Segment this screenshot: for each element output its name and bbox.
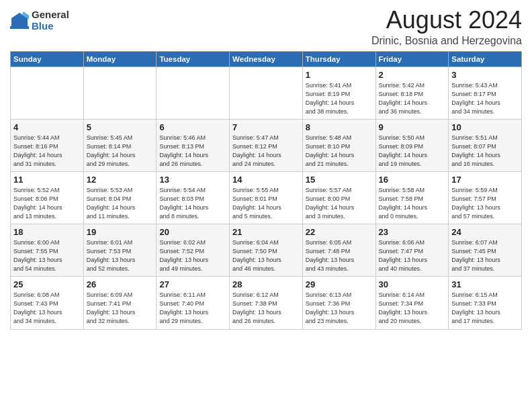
day-cell: 5Sunrise: 5:45 AMSunset: 8:14 PMDaylight… <box>83 119 157 171</box>
logo-icon <box>10 11 29 30</box>
day-info: Sunrise: 6:14 AMSunset: 7:34 PMDaylight:… <box>379 291 446 326</box>
day-info: Sunrise: 5:45 AMSunset: 8:14 PMDaylight:… <box>87 134 154 169</box>
day-number: 13 <box>159 175 226 185</box>
day-cell: 20Sunrise: 6:02 AMSunset: 7:52 PMDayligh… <box>157 224 230 277</box>
day-cell: 3Sunrise: 5:43 AMSunset: 8:17 PMDaylight… <box>449 66 522 119</box>
day-number: 15 <box>306 175 373 185</box>
day-cell: 11Sunrise: 5:52 AMSunset: 8:06 PMDayligh… <box>11 171 84 224</box>
day-number: 1 <box>306 70 373 80</box>
header-tuesday: Tuesday <box>157 51 230 66</box>
day-info: Sunrise: 5:46 AMSunset: 8:13 PMDaylight:… <box>159 134 226 169</box>
day-info: Sunrise: 6:01 AMSunset: 7:53 PMDaylight:… <box>87 238 154 273</box>
day-info: Sunrise: 5:57 AMSunset: 8:00 PMDaylight:… <box>306 186 373 221</box>
day-number: 11 <box>13 175 81 185</box>
day-cell: 27Sunrise: 6:11 AMSunset: 7:40 PMDayligh… <box>157 277 230 329</box>
day-cell: 4Sunrise: 5:44 AMSunset: 8:16 PMDaylight… <box>11 119 84 171</box>
day-info: Sunrise: 5:44 AMSunset: 8:16 PMDaylight:… <box>13 134 81 169</box>
title-block: August 2024 Drinic, Bosnia and Herzegovi… <box>371 7 522 47</box>
day-number: 25 <box>13 279 81 289</box>
day-cell: 30Sunrise: 6:14 AMSunset: 7:34 PMDayligh… <box>375 277 449 329</box>
day-number: 6 <box>159 122 226 132</box>
day-info: Sunrise: 6:05 AMSunset: 7:48 PMDaylight:… <box>306 238 373 273</box>
header-saturday: Saturday <box>449 51 522 66</box>
logo-text: General Blue <box>32 9 69 32</box>
day-cell: 8Sunrise: 5:48 AMSunset: 8:10 PMDaylight… <box>302 119 375 171</box>
day-info: Sunrise: 5:55 AMSunset: 8:01 PMDaylight:… <box>232 186 300 221</box>
day-number: 16 <box>379 175 446 185</box>
day-info: Sunrise: 6:06 AMSunset: 7:47 PMDaylight:… <box>379 238 446 273</box>
day-number: 9 <box>379 122 446 132</box>
day-number: 23 <box>379 227 446 237</box>
week-row-0: 1Sunrise: 5:41 AMSunset: 8:19 PMDaylight… <box>11 66 522 119</box>
week-row-3: 18Sunrise: 6:00 AMSunset: 7:55 PMDayligh… <box>11 224 522 277</box>
day-info: Sunrise: 5:43 AMSunset: 8:17 PMDaylight:… <box>451 81 519 116</box>
day-cell: 10Sunrise: 5:51 AMSunset: 8:07 PMDayligh… <box>449 119 522 171</box>
day-number: 14 <box>232 175 300 185</box>
day-number: 27 <box>159 279 226 289</box>
day-number: 4 <box>13 122 81 132</box>
day-info: Sunrise: 6:09 AMSunset: 7:41 PMDaylight:… <box>87 291 154 326</box>
day-number: 30 <box>379 279 446 289</box>
day-info: Sunrise: 5:50 AMSunset: 8:09 PMDaylight:… <box>379 134 446 169</box>
day-number: 5 <box>87 122 154 132</box>
day-number: 19 <box>87 227 154 237</box>
day-info: Sunrise: 6:12 AMSunset: 7:38 PMDaylight:… <box>232 291 300 326</box>
day-cell: 19Sunrise: 6:01 AMSunset: 7:53 PMDayligh… <box>83 224 157 277</box>
day-cell: 7Sunrise: 5:47 AMSunset: 8:12 PMDaylight… <box>230 119 303 171</box>
month-title: August 2024 <box>371 7 522 34</box>
day-cell: 21Sunrise: 6:04 AMSunset: 7:50 PMDayligh… <box>230 224 303 277</box>
day-cell: 6Sunrise: 5:46 AMSunset: 8:13 PMDaylight… <box>157 119 230 171</box>
day-cell: 24Sunrise: 6:07 AMSunset: 7:45 PMDayligh… <box>449 224 522 277</box>
day-cell <box>230 66 303 119</box>
day-number: 31 <box>451 279 519 289</box>
day-info: Sunrise: 5:52 AMSunset: 8:06 PMDaylight:… <box>13 186 81 221</box>
calendar-header-row: SundayMondayTuesdayWednesdayThursdayFrid… <box>11 51 522 66</box>
day-number: 7 <box>232 122 300 132</box>
day-cell: 14Sunrise: 5:55 AMSunset: 8:01 PMDayligh… <box>230 171 303 224</box>
day-info: Sunrise: 5:53 AMSunset: 8:04 PMDaylight:… <box>87 186 154 221</box>
day-info: Sunrise: 5:41 AMSunset: 8:19 PMDaylight:… <box>306 81 373 116</box>
header-sunday: Sunday <box>11 51 84 66</box>
day-cell: 29Sunrise: 6:13 AMSunset: 7:36 PMDayligh… <box>302 277 375 329</box>
day-cell: 26Sunrise: 6:09 AMSunset: 7:41 PMDayligh… <box>83 277 157 329</box>
day-info: Sunrise: 5:51 AMSunset: 8:07 PMDaylight:… <box>451 134 519 169</box>
day-cell: 1Sunrise: 5:41 AMSunset: 8:19 PMDaylight… <box>302 66 375 119</box>
location-title: Drinic, Bosnia and Herzegovina <box>371 35 522 47</box>
day-number: 2 <box>379 70 446 80</box>
day-info: Sunrise: 5:48 AMSunset: 8:10 PMDaylight:… <box>306 134 373 169</box>
day-cell: 23Sunrise: 6:06 AMSunset: 7:47 PMDayligh… <box>375 224 449 277</box>
day-cell <box>83 66 157 119</box>
logo-general: General <box>32 9 69 21</box>
day-cell: 9Sunrise: 5:50 AMSunset: 8:09 PMDaylight… <box>375 119 449 171</box>
calendar-table: SundayMondayTuesdayWednesdayThursdayFrid… <box>10 51 522 330</box>
week-row-2: 11Sunrise: 5:52 AMSunset: 8:06 PMDayligh… <box>11 171 522 224</box>
day-number: 26 <box>87 279 154 289</box>
day-info: Sunrise: 6:00 AMSunset: 7:55 PMDaylight:… <box>13 238 81 273</box>
day-info: Sunrise: 6:13 AMSunset: 7:36 PMDaylight:… <box>306 291 373 326</box>
day-info: Sunrise: 6:08 AMSunset: 7:43 PMDaylight:… <box>13 291 81 326</box>
day-number: 17 <box>451 175 519 185</box>
week-row-4: 25Sunrise: 6:08 AMSunset: 7:43 PMDayligh… <box>11 277 522 329</box>
header: General Blue August 2024 Drinic, Bosnia … <box>10 7 522 47</box>
day-info: Sunrise: 5:47 AMSunset: 8:12 PMDaylight:… <box>232 134 300 169</box>
day-info: Sunrise: 5:54 AMSunset: 8:03 PMDaylight:… <box>159 186 226 221</box>
day-number: 12 <box>87 175 154 185</box>
day-info: Sunrise: 6:11 AMSunset: 7:40 PMDaylight:… <box>159 291 226 326</box>
day-info: Sunrise: 6:15 AMSunset: 7:33 PMDaylight:… <box>451 291 519 326</box>
day-info: Sunrise: 5:59 AMSunset: 7:57 PMDaylight:… <box>451 186 519 221</box>
day-number: 28 <box>232 279 300 289</box>
day-number: 21 <box>232 227 300 237</box>
day-cell: 25Sunrise: 6:08 AMSunset: 7:43 PMDayligh… <box>11 277 84 329</box>
day-info: Sunrise: 6:04 AMSunset: 7:50 PMDaylight:… <box>232 238 300 273</box>
day-cell: 13Sunrise: 5:54 AMSunset: 8:03 PMDayligh… <box>157 171 230 224</box>
logo: General Blue <box>10 9 69 32</box>
header-monday: Monday <box>83 51 157 66</box>
header-thursday: Thursday <box>302 51 375 66</box>
day-number: 3 <box>451 70 519 80</box>
day-number: 8 <box>306 122 373 132</box>
day-number: 20 <box>159 227 226 237</box>
header-wednesday: Wednesday <box>230 51 303 66</box>
calendar-page: General Blue August 2024 Drinic, Bosnia … <box>0 0 532 411</box>
logo-blue: Blue <box>32 21 69 32</box>
day-cell: 17Sunrise: 5:59 AMSunset: 7:57 PMDayligh… <box>449 171 522 224</box>
